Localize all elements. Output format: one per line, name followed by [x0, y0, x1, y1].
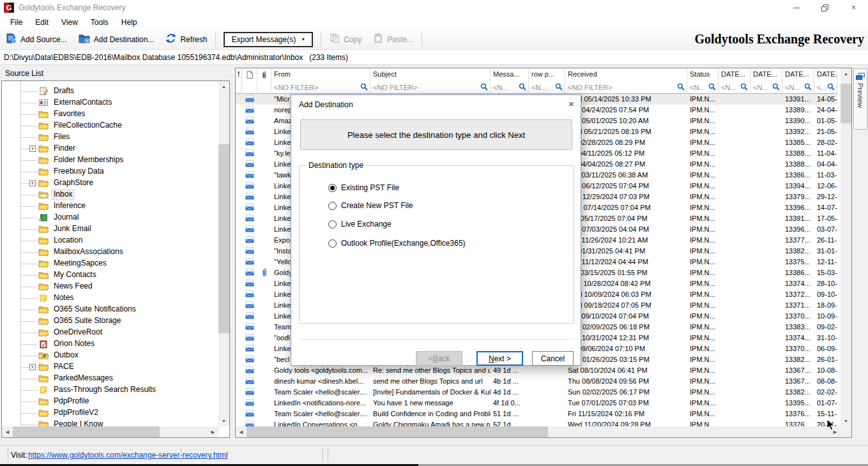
message-row[interactable]: Team Scaler <hello@scaler....[Invite] Fu…	[236, 387, 837, 398]
scroll-left-icon[interactable]: ◀	[2, 426, 13, 437]
radio-button-icon[interactable]	[328, 202, 337, 210]
column-header-date-[interactable]: DATE...	[750, 68, 782, 81]
menu-tools[interactable]: Tools	[84, 18, 115, 27]
filter-cell[interactable]: <N...	[750, 81, 782, 94]
menu-help[interactable]: Help	[115, 18, 144, 27]
tree-item-pdpprofile[interactable]: PdpProfile	[2, 396, 229, 407]
tree-item-pace[interactable]: +PACE	[2, 361, 229, 373]
column-header-date-[interactable]: DATE...	[814, 68, 837, 81]
sidebar-hscroll-thumb[interactable]	[13, 426, 160, 437]
splitter[interactable]	[230, 65, 235, 438]
filter-cell[interactable]: <NO FILTER>	[271, 81, 370, 94]
column-header-subject[interactable]: Subject	[370, 68, 491, 81]
restore-button[interactable]	[811, 0, 839, 15]
menu-file[interactable]: File	[4, 18, 29, 27]
message-row[interactable]: LinkedIn <notifications-nore...You have …	[236, 398, 837, 409]
radio-existing-pst-file[interactable]: Existing PST File	[328, 183, 399, 193]
copy-button[interactable]: Copy	[324, 31, 367, 48]
tree-item-onedriveroot[interactable]: OneDriveRoot	[2, 327, 229, 338]
radio-button-icon[interactable]	[328, 239, 337, 248]
tree-item-o365-suite-notifications[interactable]: O365 Suite Notifications	[2, 304, 229, 315]
column-header-row-p-[interactable]: row p...	[529, 68, 565, 81]
search-icon[interactable]	[480, 83, 488, 92]
filter-cell[interactable]	[236, 81, 242, 94]
cancel-button[interactable]: Cancel	[532, 351, 574, 366]
column-header-messa-[interactable]: Messa...	[491, 68, 529, 81]
paste-button[interactable]: Paste...	[367, 31, 419, 48]
search-icon[interactable]	[708, 83, 716, 92]
radio-button-icon[interactable]	[328, 184, 337, 192]
tree-item-files[interactable]: Files	[2, 132, 229, 143]
scroll-up-icon[interactable]: ▲	[218, 81, 229, 92]
tree-item-o365-suite-storage[interactable]: O365 Suite Storage	[2, 315, 229, 327]
filter-cell[interactable]	[257, 81, 271, 94]
tree-item-location[interactable]: Location	[2, 235, 229, 246]
refresh-button[interactable]: Refresh	[160, 31, 213, 48]
search-icon[interactable]	[519, 83, 526, 92]
radio-outlook-profile-exchange-office365-[interactable]: Outlook Profile(Exchange,Office365)	[328, 238, 466, 248]
sidebar-vscroll-thumb[interactable]	[218, 144, 229, 333]
minimize-button[interactable]	[782, 0, 811, 15]
radio-create-new-pst-file[interactable]: Create New PST File	[328, 200, 413, 211]
filter-cell[interactable]: <N...	[782, 81, 814, 94]
menu-view[interactable]: View	[55, 18, 84, 27]
tree-item-favorites[interactable]: Favorites	[2, 109, 229, 120]
tree-item-junk-email[interactable]: Junk Email	[2, 223, 229, 235]
message-row[interactable]: dinesh kumar <dinesh.kbel...send me othe…	[236, 376, 837, 387]
tree-item-orion-notes[interactable]: Orion Notes	[2, 338, 229, 350]
radio-live-exchange[interactable]: Live Exchange	[328, 219, 392, 229]
search-icon[interactable]	[804, 83, 812, 92]
search-icon[interactable]	[740, 83, 748, 92]
tree-item-inbox[interactable]: Inbox	[2, 189, 229, 200]
tree-item-finder[interactable]: +Finder	[2, 143, 229, 154]
scroll-down-icon[interactable]: ▼	[841, 416, 851, 426]
search-icon[interactable]	[555, 83, 563, 92]
column-header-date-[interactable]: DATE...	[782, 68, 814, 81]
next-button[interactable]: Next >	[476, 351, 523, 366]
message-row[interactable]: Goldy tools <goldytools.com...Re: send m…	[236, 365, 837, 376]
tree-item-my-contacts[interactable]: My Contacts	[2, 269, 229, 281]
expand-plus-icon[interactable]: +	[29, 146, 36, 152]
tree-item-journal[interactable]: Journal	[2, 212, 229, 223]
tree-item-pdpprofilev2[interactable]: PdpProfileV2	[2, 407, 229, 419]
radio-button-icon[interactable]	[328, 220, 337, 229]
search-icon[interactable]	[772, 83, 780, 92]
column-header-paperclip-icon[interactable]	[257, 68, 271, 81]
tree-item-freebusy-data[interactable]: Freebusy Data	[2, 166, 229, 177]
column-header-date-[interactable]: DATE...	[719, 68, 750, 81]
filter-cell[interactable]: <NO FILTER>	[370, 81, 491, 94]
filter-cell[interactable]	[242, 81, 257, 94]
filter-cell[interactable]: <N...	[719, 81, 750, 94]
scroll-right-icon[interactable]: ▶	[208, 426, 218, 437]
column-header--[interactable]: !	[236, 68, 242, 81]
export-messages-button[interactable]: Export Message(s) ▼	[224, 32, 313, 47]
scroll-up-icon[interactable]: ▲	[841, 68, 851, 79]
tree-item-folder-memberships[interactable]: Folder Memberships	[2, 154, 229, 166]
message-row[interactable]: Team Scaler <hello@scaler....Build Confi…	[236, 409, 837, 419]
search-icon[interactable]	[677, 83, 685, 92]
tree-item-externalcontacts[interactable]: ExternalContacts	[2, 97, 229, 109]
tree-item-pass-through-search-results[interactable]: Pass-Through Search Results	[2, 384, 229, 396]
expand-plus-icon[interactable]: +	[29, 364, 36, 370]
tree-item-inference[interactable]: Inference	[2, 200, 229, 212]
list-hscroll-thumb[interactable]	[247, 426, 548, 437]
filter-cell[interactable]: <NO FILTER>	[565, 81, 687, 94]
search-icon[interactable]	[360, 83, 368, 92]
back-button[interactable]: < Back	[416, 351, 462, 366]
tree-item-filecollectioncache[interactable]: FileCollectionCache	[2, 120, 229, 132]
tree-item-parkedmessages[interactable]: ParkedMessages	[2, 373, 229, 384]
tab-preview[interactable]: Preview	[853, 68, 867, 130]
add-source-button[interactable]: Add Source...	[0, 31, 73, 48]
expand-plus-icon[interactable]: +	[29, 180, 36, 186]
tree-item-outbox[interactable]: Outbox	[2, 350, 229, 361]
menu-edit[interactable]: Edit	[29, 18, 55, 27]
filter-cell[interactable]: <N...	[491, 81, 529, 94]
tree-item-mailboxassociations[interactable]: MailboxAssociations	[2, 246, 229, 258]
add-destination-button[interactable]: Add Destination...	[73, 31, 160, 48]
tree-item-news-feed[interactable]: News Feed	[2, 281, 229, 292]
close-button[interactable]: ×	[839, 0, 868, 15]
website-link[interactable]: https://www.goldytools.com/exchange-serv…	[28, 451, 228, 460]
search-icon[interactable]	[827, 83, 835, 92]
tree-item-notes[interactable]: Notes	[2, 292, 229, 304]
list-vscroll-thumb[interactable]	[841, 84, 851, 123]
